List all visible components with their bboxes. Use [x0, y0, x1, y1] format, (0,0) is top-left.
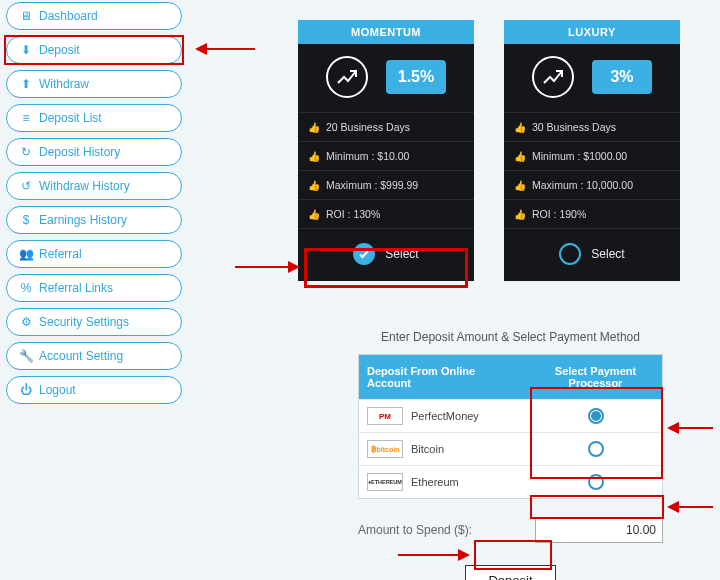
nav-label: Earnings History	[39, 213, 127, 227]
plan-title: MOMENTUM	[298, 20, 474, 44]
thumb-icon: 👍	[308, 122, 320, 133]
amount-label: Amount to Spend ($):	[358, 523, 472, 537]
nav-deposit-history[interactable]: ↻Deposit History	[6, 138, 182, 166]
nav-label: Deposit History	[39, 145, 120, 159]
plan-momentum: MOMENTUM 1.5% 👍20 Business Days 👍Minimum…	[298, 20, 474, 281]
users-icon: 👥	[19, 247, 33, 261]
plan-head: 3%	[504, 44, 680, 112]
bitcoin-logo-icon: ฿bitcoin	[367, 440, 403, 458]
link-icon: %	[19, 281, 33, 295]
sidebar: 🖥Dashboard ⬇Deposit ⬆Withdraw ≡Deposit L…	[6, 2, 182, 410]
nav-dashboard[interactable]: 🖥Dashboard	[6, 2, 182, 30]
table-header: Deposit From Online Account Select Payme…	[359, 355, 662, 399]
plan-roi: 👍ROI : 190%	[504, 199, 680, 228]
deposit-button[interactable]: Deposit	[465, 565, 555, 580]
plan-roi: 👍ROI : 130%	[298, 199, 474, 228]
processor-row-perfectmoney: PM PerfectMoney	[359, 399, 662, 432]
radio-unchecked-icon	[559, 243, 581, 265]
nav-label: Withdraw	[39, 77, 89, 91]
plan-rate: 3%	[592, 60, 652, 94]
plan-head: 1.5%	[298, 44, 474, 112]
processor-name: PerfectMoney	[411, 410, 479, 422]
nav-deposit[interactable]: ⬇Deposit	[6, 36, 182, 64]
processor-row-bitcoin: ฿bitcoin Bitcoin	[359, 432, 662, 465]
plan-minimum: 👍Minimum : $10.00	[298, 141, 474, 170]
nav-label: Referral Links	[39, 281, 113, 295]
nav-account-setting[interactable]: 🔧Account Setting	[6, 342, 182, 370]
nav-label: Security Settings	[39, 315, 129, 329]
processor-name: Ethereum	[411, 476, 459, 488]
chart-up-icon	[326, 56, 368, 98]
thumb-icon: 👍	[514, 180, 526, 191]
annotation-arrow	[677, 427, 713, 429]
thumb-icon: 👍	[514, 151, 526, 162]
nav-deposit-list[interactable]: ≡Deposit List	[6, 104, 182, 132]
nav-label: Deposit	[39, 43, 80, 57]
processor-radio[interactable]	[588, 474, 604, 490]
power-icon: ⏻	[19, 383, 33, 397]
thumb-icon: 👍	[514, 209, 526, 220]
nav-referral[interactable]: 👥Referral	[6, 240, 182, 268]
annotation-arrow	[205, 48, 255, 50]
nav-label: Dashboard	[39, 9, 98, 23]
plan-select-button[interactable]: Select	[504, 228, 680, 281]
thumb-icon: 👍	[308, 151, 320, 162]
history-icon: ↺	[19, 179, 33, 193]
nav-label: Withdraw History	[39, 179, 130, 193]
nav-label: Deposit List	[39, 111, 102, 125]
nav-earnings-history[interactable]: $Earnings History	[6, 206, 182, 234]
processor-radio[interactable]	[588, 408, 604, 424]
amount-row: Amount to Spend ($):	[358, 517, 663, 543]
col-account: Deposit From Online Account	[359, 355, 529, 399]
processor-name: Bitcoin	[411, 443, 444, 455]
upload-icon: ⬆	[19, 77, 33, 91]
plan-rate: 1.5%	[386, 60, 446, 94]
plan-maximum: 👍Maximum : $999.99	[298, 170, 474, 199]
ethereum-logo-icon: ♦ETHEREUM	[367, 473, 403, 491]
plan-duration: 👍30 Business Days	[504, 112, 680, 141]
select-label: Select	[385, 247, 418, 261]
nav-withdraw-history[interactable]: ↺Withdraw History	[6, 172, 182, 200]
download-icon: ⬇	[19, 43, 33, 57]
nav-label: Referral	[39, 247, 82, 261]
deposit-heading: Enter Deposit Amount & Select Payment Me…	[358, 330, 663, 344]
dollar-icon: $	[19, 213, 33, 227]
nav-logout[interactable]: ⏻Logout	[6, 376, 182, 404]
plan-select-button[interactable]: Select	[298, 228, 474, 281]
thumb-icon: 👍	[514, 122, 526, 133]
plan-cards: MOMENTUM 1.5% 👍20 Business Days 👍Minimum…	[298, 20, 680, 281]
nav-withdraw[interactable]: ⬆Withdraw	[6, 70, 182, 98]
radio-checked-icon	[353, 243, 375, 265]
dashboard-icon: 🖥	[19, 9, 33, 23]
annotation-arrow	[677, 506, 713, 508]
plan-duration: 👍20 Business Days	[298, 112, 474, 141]
processor-radio[interactable]	[588, 441, 604, 457]
processor-row-ethereum: ♦ETHEREUM Ethereum	[359, 465, 662, 498]
nav-security-settings[interactable]: ⚙Security Settings	[6, 308, 182, 336]
nav-label: Account Setting	[39, 349, 123, 363]
select-label: Select	[591, 247, 624, 261]
perfectmoney-logo-icon: PM	[367, 407, 403, 425]
amount-input[interactable]	[535, 517, 663, 543]
thumb-icon: 👍	[308, 180, 320, 191]
plan-maximum: 👍Maximum : 10,000.00	[504, 170, 680, 199]
shield-icon: ⚙	[19, 315, 33, 329]
plan-luxury: LUXURY 3% 👍30 Business Days 👍Minimum : $…	[504, 20, 680, 281]
annotation-arrow	[235, 266, 290, 268]
payment-table: Deposit From Online Account Select Payme…	[358, 354, 663, 499]
nav-label: Logout	[39, 383, 76, 397]
list-icon: ≡	[19, 111, 33, 125]
nav-referral-links[interactable]: %Referral Links	[6, 274, 182, 302]
plan-title: LUXURY	[504, 20, 680, 44]
deposit-section: Enter Deposit Amount & Select Payment Me…	[358, 330, 663, 580]
col-processor: Select Payment Processor	[529, 355, 662, 399]
plan-minimum: 👍Minimum : $1000.00	[504, 141, 680, 170]
chart-up-icon	[532, 56, 574, 98]
wrench-icon: 🔧	[19, 349, 33, 363]
history-icon: ↻	[19, 145, 33, 159]
thumb-icon: 👍	[308, 209, 320, 220]
deposit-button-wrap: Deposit	[358, 565, 663, 580]
